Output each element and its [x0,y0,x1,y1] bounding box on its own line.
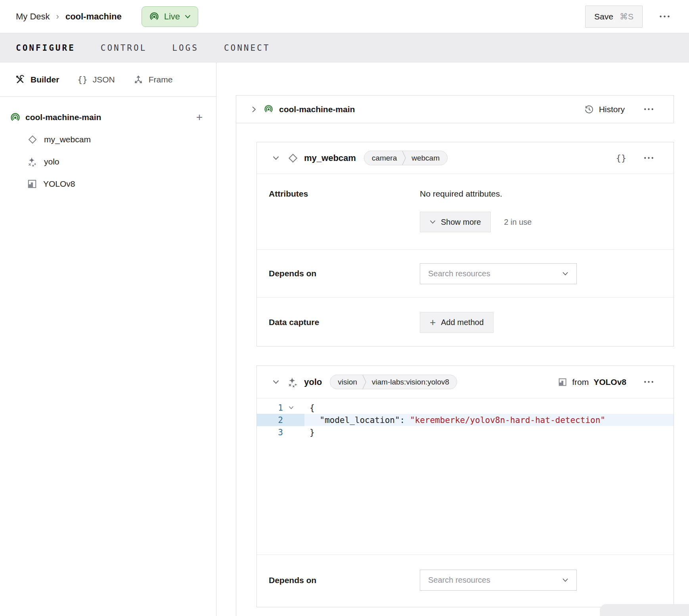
component-diamond-icon [287,152,299,164]
config-main-panel: cool-machine-main History my_webcam [216,63,689,616]
top-bar: My Desk › cool-machine Live Save ⌘S [0,0,689,33]
breadcrumb-parent-link[interactable]: My Desk [16,11,50,22]
part-group-guide-line [236,123,236,616]
webcam-depends-on-section: Depends on Search resources [257,249,674,297]
view-builder[interactable]: Builder [15,75,59,85]
corner-widget-peek [600,604,689,616]
json-string-value: "keremberke/yolov8n-hard-hat-detection" [410,415,605,425]
module-icon [27,179,37,189]
yolo-card-title: yolo [304,377,322,387]
json-braces-icon: {} [77,75,87,84]
view-json[interactable]: {} JSON [77,75,115,84]
yolo-depends-on-section: Depends on Search resources [257,555,674,605]
machine-status-badge[interactable]: Live [142,6,198,27]
model-badge: webcam [406,154,447,163]
live-broadcast-icon [149,11,159,22]
breadcrumb: My Desk › cool-machine [16,11,122,22]
view-frame[interactable]: Frame [133,75,173,85]
chevron-down-icon [185,15,191,19]
plus-icon: + [430,317,436,327]
webcam-card-header: my_webcam camera webcam {} [257,142,674,174]
select-placeholder: Search resources [428,576,490,585]
save-shortcut-hint: ⌘S [620,12,633,21]
attributes-section: Attributes No required attributes. Show … [257,174,674,249]
history-button[interactable]: History [584,104,625,115]
show-more-button[interactable]: Show more [420,212,491,232]
attributes-in-use-count: 2 in use [504,218,532,227]
save-button-label: Save [594,12,613,21]
part-title: cool-machine-main [279,105,355,114]
code-text: "model_location": "keremberke/yolov8n-ha… [310,414,605,426]
part-more-menu-button[interactable] [641,105,656,113]
select-placeholder: Search resources [428,269,490,278]
chevron-down-icon [562,272,568,276]
add-resource-button[interactable]: + [196,112,203,123]
resource-tree: cool-machine-main + my_webcam yolo [0,97,216,195]
tree-item-yolo[interactable]: yolo [0,151,216,173]
type-badge: camera [364,154,402,163]
code-fold-toggle[interactable] [283,406,299,409]
config-sidebar: Builder {} JSON Frame [0,63,216,616]
yolo-depends-on-select[interactable]: Search resources [420,570,577,591]
tree-item-label: YOLOv8 [43,179,75,189]
webcam-depends-on-select[interactable]: Search resources [420,263,577,284]
primary-tab-bar: CONFIGURE CONTROL LOGS CONNECT [0,33,689,63]
part-header-card: cool-machine-main History [236,95,674,123]
breadcrumb-current: cool-machine [65,11,122,22]
model-badge: viam-labs:vision:yolov8 [367,378,457,386]
webcam-json-mode-button[interactable]: {} [616,153,627,163]
yolo-card-header: yolo vision viam-labs:vision:yolov8 from… [257,366,674,398]
frame-axes-icon [133,75,144,85]
code-text: } [310,426,315,438]
part-collapse-toggle[interactable] [250,104,258,115]
webcam-collapse-toggle[interactable] [270,154,281,162]
line-number: 2 [257,415,283,425]
save-button[interactable]: Save ⌘S [585,6,643,28]
depends-on-label: Depends on [269,576,420,585]
type-badge: vision [330,378,362,386]
tab-logs[interactable]: LOGS [172,43,199,53]
chevron-down-icon [430,220,436,224]
service-sparkle-icon [287,376,299,388]
yolo-type-model-badge: vision viam-labs:vision:yolov8 [330,375,457,389]
yolo-more-menu-button[interactable] [641,378,656,386]
chevron-down-icon [562,578,568,582]
view-frame-label: Frame [149,75,173,84]
tree-item-machine-part[interactable]: cool-machine-main + [0,106,216,128]
tab-connect[interactable]: CONNECT [224,43,270,53]
tree-item-label: cool-machine-main [25,113,101,122]
webcam-type-model-badge: camera webcam [364,151,448,165]
attributes-empty-text: No required attributes. [420,189,532,199]
service-sparkle-icon [27,156,38,167]
attributes-code-editor[interactable]: 1 { 2 "model_location": "keremberke/yolo… [257,398,674,555]
topbar-more-menu-button[interactable] [657,13,672,20]
data-capture-label: Data capture [269,318,420,327]
tree-item-module[interactable]: YOLOv8 [0,173,216,195]
code-line-1: 1 { [257,402,674,414]
breadcrumb-separator: › [56,11,59,22]
tree-item-label: my_webcam [44,135,91,144]
add-method-label: Add method [441,318,484,327]
module-icon [558,377,567,387]
yolo-collapse-toggle[interactable] [270,378,281,386]
tree-item-webcam[interactable]: my_webcam [0,128,216,151]
live-broadcast-icon [264,104,274,114]
code-line-2-active: 2 "model_location": "keremberke/yolov8n-… [257,414,674,426]
webcam-resource-card: my_webcam camera webcam {} Attributes No… [256,142,674,346]
builder-tools-icon [15,75,25,85]
webcam-more-menu-button[interactable] [641,154,656,162]
tab-configure[interactable]: CONFIGURE [16,43,75,53]
history-button-label: History [599,105,625,114]
data-capture-section: Data capture + Add method [257,297,674,347]
from-module-indicator: from YOLOv8 [558,377,626,387]
code-text: { [310,402,315,414]
add-method-button[interactable]: + Add method [420,312,494,333]
code-line-3: 3 } [257,426,674,438]
line-number: 3 [257,428,283,437]
json-key: "model_location" [320,415,400,425]
attributes-label: Attributes [269,189,420,249]
tab-control[interactable]: CONTROL [101,43,147,53]
tree-item-label: yolo [44,157,59,166]
component-diamond-icon [27,134,38,145]
yolo-resource-card: yolo vision viam-labs:vision:yolov8 from… [256,365,674,607]
